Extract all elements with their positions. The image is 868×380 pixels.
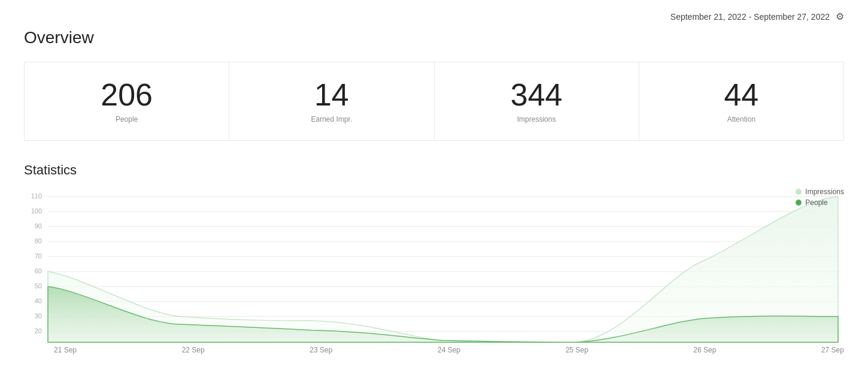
stat-impressions-label: Impressions (454, 115, 620, 123)
stat-people-label: People (44, 115, 210, 123)
statistics-title: Statistics (24, 162, 844, 178)
svg-text:50: 50 (35, 282, 42, 289)
svg-text:80: 80 (35, 237, 42, 245)
stat-impressions-number: 344 (454, 79, 620, 110)
stat-people: 206 People (25, 62, 229, 140)
legend-impressions-label: Impressions (805, 188, 844, 196)
stats-row: 206 People 14 Earned Impr. 344 Impressio… (24, 62, 844, 141)
svg-text:90: 90 (35, 222, 42, 230)
overview-title: Overview (24, 28, 844, 47)
legend-people-dot (796, 200, 802, 206)
chart-svg: 110 100 90 80 70 60 50 40 30 20 (24, 188, 844, 343)
stat-earned-number: 14 (248, 79, 414, 110)
settings-icon[interactable]: ⚙ (836, 11, 844, 22)
stat-attention-number: 44 (658, 79, 824, 110)
header-bar: September 21, 2022 - September 27, 2022 … (0, 0, 868, 28)
svg-text:70: 70 (35, 252, 42, 260)
legend-impressions-dot (796, 189, 802, 195)
svg-text:100: 100 (31, 207, 42, 215)
stat-attention: 44 Attention (639, 62, 843, 140)
x-axis-labels: 21 Sep 22 Sep 23 Sep 24 Sep 25 Sep 26 Se… (24, 343, 844, 354)
x-label-21sep: 21 Sep (54, 346, 77, 354)
svg-text:40: 40 (35, 297, 42, 304)
svg-text:30: 30 (35, 312, 42, 319)
stat-attention-label: Attention (658, 115, 824, 123)
x-label-27sep: 27 Sep (821, 346, 844, 354)
chart-container: Impressions People 110 100 90 (24, 188, 844, 355)
svg-text:60: 60 (35, 267, 42, 275)
x-label-24sep: 24 Sep (438, 346, 460, 354)
stat-impressions: 344 Impressions (435, 62, 639, 140)
main-content: Overview 206 People 14 Earned Impr. 344 … (0, 28, 868, 373)
stat-earned-label: Earned Impr. (248, 115, 414, 123)
date-range-label: September 21, 2022 - September 27, 2022 (670, 12, 830, 22)
stat-earned-impr: 14 Earned Impr. (229, 62, 434, 140)
svg-text:110: 110 (31, 192, 42, 200)
legend-people-label: People (805, 198, 827, 207)
legend-people: People (796, 198, 844, 207)
chart-legend: Impressions People (796, 188, 844, 207)
x-label-25sep: 25 Sep (566, 346, 588, 354)
x-label-22sep: 22 Sep (182, 346, 205, 354)
legend-impressions: Impressions (796, 188, 844, 196)
x-label-26sep: 26 Sep (693, 346, 716, 354)
svg-text:20: 20 (35, 327, 42, 334)
stat-people-number: 206 (44, 79, 210, 110)
x-label-23sep: 23 Sep (309, 346, 332, 354)
